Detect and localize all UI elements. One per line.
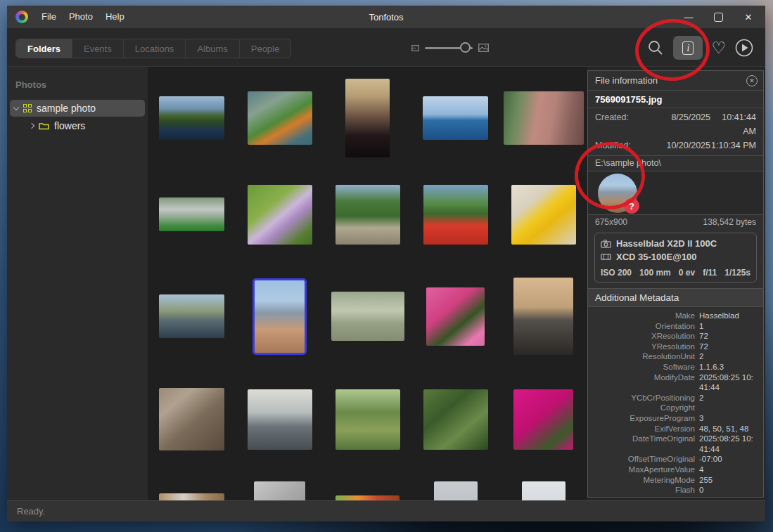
- thumbnail-overcast-sky[interactable]: [522, 481, 566, 500]
- sidebar-item-flowers[interactable]: flowers: [10, 117, 145, 134]
- file-information-panel: File information ✕ 7569091755.jpg Create…: [587, 70, 764, 498]
- metadata-row: MeteringMode255: [591, 475, 758, 486]
- panel-title: File information: [595, 75, 658, 86]
- metadata-row: ResolutionUnit2: [591, 351, 758, 362]
- thumbnail-lake-forest[interactable]: [159, 96, 224, 140]
- thumbnail-rocky-stream[interactable]: [159, 388, 224, 450]
- photo-grid: [148, 67, 587, 500]
- thumbnail-zoom-slider: [411, 44, 489, 52]
- thumbnail-shelf-interior[interactable]: [159, 493, 224, 500]
- slideshow-play-icon[interactable]: [734, 38, 754, 58]
- tab-folders[interactable]: Folders: [16, 39, 72, 58]
- metadata-row: ColorSpace65534: [591, 495, 758, 497]
- thumbnail-sea-horizon[interactable]: [423, 96, 488, 140]
- metadata-row: DateTimeOriginal2025:08:25 10:41:44: [591, 434, 758, 454]
- tab-albums[interactable]: Albums: [186, 39, 239, 58]
- metadata-row: ModifyDate2025:08:25 10:41:44: [591, 372, 758, 393]
- menu-help[interactable]: Help: [99, 6, 131, 28]
- info-icon: i: [682, 41, 694, 55]
- zoom-slider-knob[interactable]: [460, 42, 471, 53]
- metadata-row: YResolution72: [591, 342, 758, 352]
- grid-icon: [23, 104, 32, 112]
- toolbar: Folders Events Locations Albums People i…: [7, 28, 765, 67]
- sidebar-item-label: flowers: [54, 120, 85, 131]
- search-icon[interactable]: [646, 39, 665, 57]
- thumbnail-overcast-trees[interactable]: [434, 481, 478, 500]
- file-size: 138,542 bytes: [703, 217, 756, 227]
- thumbnail-dewy-branches[interactable]: [423, 389, 488, 450]
- file-path[interactable]: E:\sample photo\: [588, 155, 763, 171]
- sidebar-header: Photos: [7, 79, 148, 90]
- menu-file[interactable]: File: [35, 6, 63, 28]
- thumbnail-duck-on-pond[interactable]: [331, 292, 404, 341]
- thumbnail-concrete-structure[interactable]: [254, 481, 305, 500]
- modified-time: 1:10:34 PM: [710, 138, 756, 153]
- thumbnail-pier-couple[interactable]: [248, 389, 312, 450]
- thumbnail-stadium-crowd[interactable]: [159, 197, 224, 231]
- large-image-icon: [478, 44, 489, 52]
- thumbnail-capitol-canal-reflection[interactable]: [159, 294, 224, 338]
- minimize-button[interactable]: —: [682, 12, 696, 22]
- thumbnail-forest-trail[interactable]: [336, 185, 400, 245]
- metadata-row: Copyright: [591, 403, 758, 413]
- status-text: Ready.: [7, 506, 45, 517]
- focal-length: 100 mm: [639, 268, 671, 278]
- camera-info-box: Hasselblad X2D II 100C XCD 35-100E@100 I…: [594, 233, 757, 283]
- info-panel-area: File information ✕ 7569091755.jpg Create…: [587, 67, 765, 500]
- lens-icon: [601, 253, 611, 261]
- zoom-slider-track[interactable]: [425, 47, 473, 49]
- metadata-row: Flash0: [591, 485, 758, 495]
- thumbnail-woman-washing-at-boat[interactable]: [248, 91, 312, 145]
- tab-people[interactable]: People: [240, 39, 290, 58]
- additional-metadata-header: Additional Metadata: [588, 288, 763, 307]
- lens-model: XCD 35-100E@100: [616, 250, 697, 264]
- thumbnail-beach-sunset-pot[interactable]: [513, 278, 573, 355]
- metadata-row: OffsetTimeOriginal-07:00: [591, 454, 758, 465]
- iso-value: ISO 200: [601, 268, 632, 278]
- file-name: 7569091755.jpg: [588, 90, 763, 108]
- created-time: 10:41:44 AM: [710, 110, 756, 138]
- thumbnail-arcade-interior[interactable]: [504, 91, 584, 145]
- camera-icon: [601, 240, 611, 248]
- thumbnail-cyclist-selfie[interactable]: [423, 185, 488, 245]
- thumbnail-magenta-flowers[interactable]: [513, 389, 573, 450]
- chevron-down-icon[interactable]: [13, 104, 19, 110]
- thumbnail-purple-flower[interactable]: [248, 185, 312, 245]
- metadata-row: MaxApertureValue4: [591, 465, 758, 475]
- modified-date: 10/20/2025: [646, 138, 710, 153]
- image-dimensions: 675x900: [595, 217, 627, 227]
- heart-icon[interactable]: ♡: [711, 41, 726, 55]
- menu-photo[interactable]: Photo: [63, 6, 99, 28]
- metadata-row: ExposureProgram3: [591, 413, 758, 424]
- close-button[interactable]: ✕: [741, 12, 755, 22]
- thumbnail-woman-at-cathedral[interactable]: [253, 278, 307, 355]
- shutter-speed: 1/125s: [724, 268, 750, 278]
- app-window: File Photo Help Tonfotos — ✕ Folders Eve…: [7, 6, 765, 521]
- ev-value: 0 ev: [679, 268, 695, 278]
- metadata-table: MakeHasselbladOrientation1XResolution72Y…: [588, 307, 763, 497]
- thumbnail-colorful-shelf[interactable]: [336, 495, 400, 500]
- metadata-row: Software1.1.6.3: [591, 362, 758, 372]
- thumbnail-portrait-woman-black-dress[interactable]: [345, 79, 390, 157]
- chevron-right-icon[interactable]: [29, 123, 34, 129]
- maximize-button[interactable]: [714, 13, 723, 22]
- status-bar: Ready.: [7, 500, 765, 521]
- thumbnail-dandelion-meadow[interactable]: [336, 389, 400, 450]
- unknown-face-badge[interactable]: ?: [624, 198, 639, 214]
- detected-faces-strip: ?: [588, 171, 763, 214]
- created-row: Created: 8/25/2025 10:41:44 AM: [588, 110, 763, 138]
- metadata-row: YCbCrPositioning2: [591, 393, 758, 403]
- exposure-row: ISO 200 100 mm 0 ev f/11 1/125s: [601, 268, 750, 278]
- face-avatar[interactable]: ?: [598, 174, 637, 213]
- close-panel-icon[interactable]: ✕: [746, 75, 758, 86]
- folder-sidebar: Photos sample photo flowers: [7, 67, 148, 500]
- thumbnail-pink-flowers[interactable]: [426, 287, 485, 346]
- folder-icon: [39, 122, 49, 130]
- thumbnail-yellow-flower[interactable]: [511, 185, 576, 245]
- sidebar-item-sample-photo[interactable]: sample photo: [10, 100, 145, 117]
- info-button[interactable]: i: [673, 36, 703, 60]
- tab-locations[interactable]: Locations: [124, 39, 186, 58]
- modified-row: Modified: 10/20/2025 1:10:34 PM: [588, 138, 763, 153]
- tab-events[interactable]: Events: [72, 39, 124, 58]
- sidebar-item-label: sample photo: [37, 103, 96, 114]
